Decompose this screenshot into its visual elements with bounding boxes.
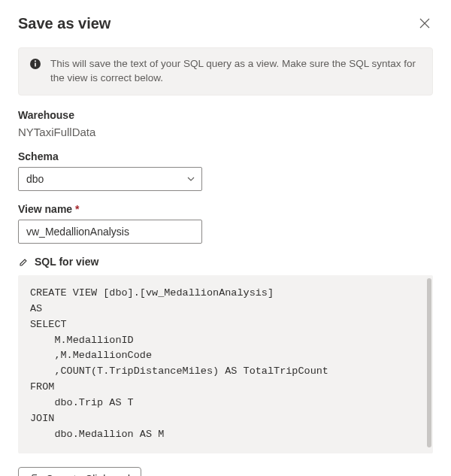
copy-to-clipboard-button[interactable]: Copy to Clipboard <box>18 467 141 476</box>
svg-rect-1 <box>35 63 36 67</box>
sql-label: SQL for view <box>35 256 98 268</box>
warehouse-field: Warehouse NYTaxiFullData <box>18 109 433 138</box>
info-icon <box>29 58 41 70</box>
warehouse-value: NYTaxiFullData <box>18 126 433 138</box>
copy-button-label: Copy to Clipboard <box>46 473 130 476</box>
schema-label: Schema <box>18 150 433 162</box>
close-button[interactable] <box>416 15 433 34</box>
schema-select[interactable]: dbo <box>18 167 202 191</box>
schema-value: dbo <box>26 173 44 185</box>
info-bar: This will save the text of your SQL quer… <box>18 47 433 96</box>
svg-point-2 <box>35 60 36 62</box>
sql-code-text: CREATE VIEW [dbo].[vw_MedallionAnalysis]… <box>30 287 328 440</box>
info-message: This will save the text of your SQL quer… <box>50 57 422 86</box>
warehouse-label: Warehouse <box>18 109 433 121</box>
eraser-icon <box>18 256 29 267</box>
viewname-input[interactable] <box>18 220 202 244</box>
sql-code-block[interactable]: CREATE VIEW [dbo].[vw_MedallionAnalysis]… <box>18 275 433 453</box>
viewname-label: View name * <box>18 203 433 215</box>
required-marker: * <box>75 203 79 215</box>
scrollbar[interactable] <box>427 278 431 447</box>
close-icon <box>419 18 430 29</box>
dialog-title: Save as view <box>18 15 110 32</box>
sql-header: SQL for view <box>18 256 433 268</box>
chevron-down-icon <box>186 174 195 183</box>
